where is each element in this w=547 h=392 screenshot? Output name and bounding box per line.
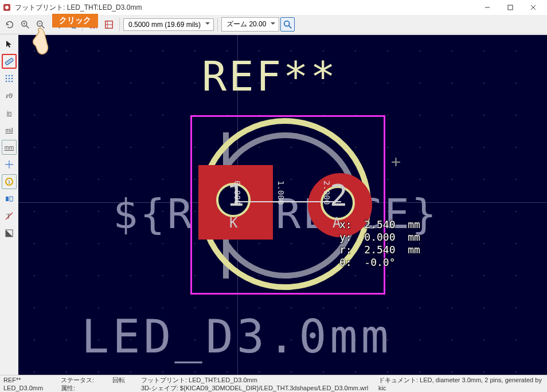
svg-point-37 (9, 81, 10, 83)
status-rotation: 回転 (112, 376, 134, 384)
status-bar: REF** LED_D3.0mm ステータス: 属性: 回転 フットプリント: … (0, 375, 547, 392)
status-ref: REF** (3, 376, 54, 384)
crosshair-tool[interactable] (2, 157, 17, 172)
maximize-button[interactable] (499, 0, 522, 15)
minimize-button[interactable] (476, 0, 499, 15)
pad-number-tool[interactable]: 1 (2, 174, 17, 189)
svg-point-34 (9, 78, 10, 80)
svg-line-25 (289, 25, 292, 28)
contrast-tool[interactable] (2, 226, 17, 241)
close-button[interactable] (522, 0, 545, 15)
svg-line-27 (7, 62, 9, 63)
svg-point-1 (5, 6, 9, 9)
click-callout: クリック (52, 14, 98, 28)
editor-canvas[interactable]: REF** ${REFERENCE} LED_D3.0mm 1 K 2 A + … (18, 35, 547, 375)
svg-line-29 (10, 60, 11, 61)
svg-point-24 (284, 21, 290, 26)
svg-text:T: T (6, 212, 11, 220)
status-document: ドキュメント: LED, diameter 3.0mm, 2 pins, gen… (378, 376, 544, 392)
svg-rect-3 (508, 5, 513, 10)
zoom-dropdown[interactable]: ズーム 20.00 (221, 17, 279, 32)
search-button[interactable] (280, 17, 295, 32)
app-icon (2, 3, 11, 12)
zoom-value: ズーム 20.00 (226, 20, 266, 28)
polar-coord-tool[interactable]: r⁄θ (2, 88, 17, 103)
reference-text: REF** (202, 52, 338, 100)
svg-text:1: 1 (8, 179, 11, 185)
svg-line-28 (9, 61, 10, 62)
measure-tool[interactable] (2, 54, 17, 69)
pad-1-letter: K (229, 215, 237, 231)
ruler-tick-2: 2.000 (322, 181, 331, 205)
svg-point-32 (11, 75, 13, 77)
redo-button[interactable] (101, 17, 116, 32)
svg-point-38 (11, 81, 13, 83)
status-status-label: ステータス: (61, 376, 106, 384)
svg-rect-44 (10, 197, 13, 201)
pad-2-number: 2 (330, 178, 347, 213)
refresh-button[interactable] (2, 17, 17, 32)
svg-point-30 (6, 75, 7, 77)
window-title: フットプリント: LED_THT:LED_D3.0mm (15, 3, 476, 13)
svg-point-33 (6, 78, 7, 80)
ruler-tick-1: 1.000 (276, 181, 286, 205)
status-attr-label: 属性: (61, 384, 106, 392)
units-mm-tool[interactable]: mm (2, 140, 17, 155)
cursor-tool[interactable] (2, 37, 17, 52)
status-3dshape: 3D-シェイプ: ${KICAD9_3DMODEL_DIR}/LED_THT.3… (141, 384, 372, 392)
footprint-name-text: LED_D3.0mm (81, 310, 392, 363)
size-dropdown[interactable]: 0.5000 mm (19.69 mils) (123, 18, 214, 31)
status-name: LED_D3.0mm (3, 384, 54, 392)
status-footprint: フットプリント: LED_THT:LED_D3.0mm (141, 376, 372, 384)
svg-point-36 (6, 81, 7, 83)
measurement-readout: x: 2.540 mm y: 0.000 mm r: 2.540 mm θ: -… (339, 218, 420, 269)
size-value: 0.5000 mm (19.69 mils) (128, 21, 201, 29)
units-in-tool[interactable]: in (2, 105, 17, 120)
pointing-hand-icon (29, 26, 54, 59)
cursor-cross: + (391, 152, 401, 171)
svg-point-31 (9, 75, 10, 77)
units-mil-tool[interactable]: mil (2, 123, 17, 138)
ruler-tick-0: 0.000 (233, 181, 242, 205)
svg-rect-43 (6, 197, 9, 201)
text-tool[interactable]: T (2, 209, 17, 224)
pad-fill-tool[interactable] (2, 191, 17, 206)
svg-point-35 (11, 78, 13, 80)
grid-tool[interactable] (2, 71, 17, 86)
